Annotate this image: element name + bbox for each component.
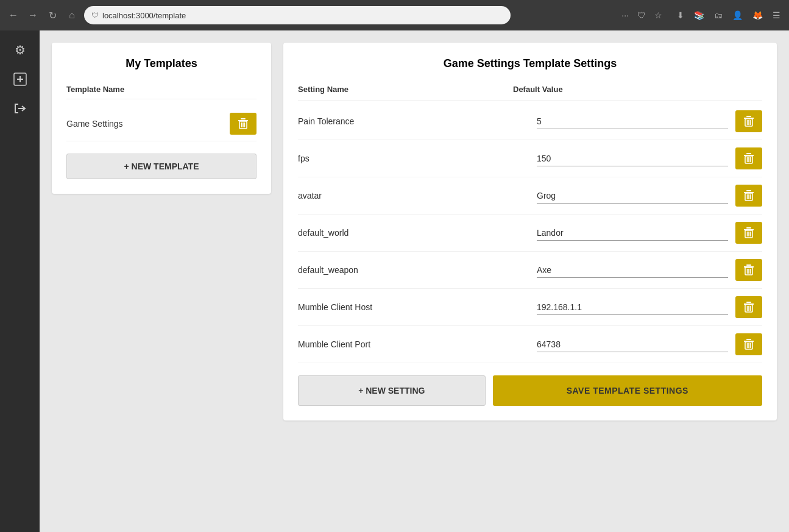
setting-value-input[interactable] (537, 263, 728, 278)
setting-value-container (537, 110, 762, 132)
tab-icon[interactable]: 🗂 (712, 8, 725, 23)
settings-header: Setting Name Default Value (298, 85, 762, 101)
delete-setting-button[interactable] (735, 222, 762, 244)
setting-value-container (537, 147, 762, 169)
security-icon: 🛡 (91, 11, 99, 20)
url-text: localhost:3000/template (102, 11, 186, 20)
page-content: My Templates Template Name Game Settings (40, 30, 789, 532)
settings-title: Game Settings Template Settings (298, 57, 762, 70)
svg-rect-47 (746, 339, 751, 340)
setting-value-container (537, 259, 762, 281)
setting-value-header: Default Value (513, 85, 728, 94)
setting-name-label: default_weapon (298, 265, 529, 275)
setting-value-input[interactable] (537, 225, 728, 241)
svg-rect-11 (746, 116, 751, 117)
setting-value-container (537, 296, 762, 318)
more-options-button[interactable]: ··· (619, 8, 631, 23)
settings-rows: Pain Tolerance fps avatar default_world … (298, 103, 762, 363)
svg-rect-29 (746, 227, 751, 229)
settings-panel: Game Settings Template Settings Setting … (283, 43, 777, 420)
delete-setting-button[interactable] (735, 333, 762, 355)
sidebar: ⚙ (0, 30, 40, 532)
delete-setting-button[interactable] (735, 259, 762, 281)
setting-value-container (537, 333, 762, 355)
delete-setting-button[interactable] (735, 147, 762, 169)
save-settings-button[interactable]: SAVE TEMPLATE SETTINGS (493, 375, 762, 406)
new-setting-button[interactable]: + NEW SETTING (298, 375, 486, 406)
sidebar-item-logout[interactable] (8, 96, 32, 121)
download-icon[interactable]: ⬇ (674, 8, 687, 23)
setting-name-label: default_world (298, 228, 529, 238)
delete-setting-button[interactable] (735, 185, 762, 207)
delete-setting-button[interactable] (735, 296, 762, 318)
svg-rect-5 (241, 118, 246, 119)
setting-row: Mumble Client Port (298, 326, 762, 363)
forward-button[interactable]: → (26, 8, 40, 23)
reload-button[interactable]: ↻ (45, 8, 60, 23)
svg-rect-17 (746, 153, 751, 154)
templates-column-header: Template Name (66, 85, 257, 99)
new-template-button[interactable]: + NEW TEMPLATE (66, 154, 257, 179)
browser-chrome: ← → ↻ ⌂ 🛡 localhost:3000/template ··· 🛡 … (0, 0, 789, 30)
browser-actions: ··· 🛡 ☆ (619, 8, 665, 23)
delete-template-button[interactable] (230, 113, 257, 135)
app-container: ⚙ My Templates Template Name Game Settin… (0, 30, 789, 532)
setting-row: default_world (298, 215, 762, 252)
templates-panel: My Templates Template Name Game Settings (52, 43, 271, 194)
setting-name-label: fps (298, 154, 529, 163)
svg-rect-23 (746, 190, 751, 191)
menu-icon[interactable]: ☰ (770, 8, 783, 23)
setting-value-input[interactable] (537, 114, 728, 129)
setting-row: Mumble Client Host (298, 289, 762, 326)
pocket-button[interactable]: 🛡 (635, 8, 648, 23)
svg-rect-35 (746, 264, 751, 266)
sidebar-item-add[interactable] (8, 67, 32, 91)
delete-setting-button[interactable] (735, 110, 762, 132)
setting-value-input[interactable] (537, 337, 728, 352)
toolbar-icons: ⬇ 📚 🗂 👤 🦊 ☰ (674, 8, 783, 23)
setting-row: fps (298, 140, 762, 177)
address-bar[interactable]: 🛡 localhost:3000/template (84, 6, 511, 24)
setting-name-label: avatar (298, 191, 529, 200)
setting-name-label: Mumble Client Port (298, 339, 529, 349)
home-button[interactable]: ⌂ (65, 8, 79, 23)
setting-name-label: Mumble Client Host (298, 302, 529, 312)
setting-value-container (537, 222, 762, 244)
templates-title: My Templates (66, 57, 257, 70)
setting-row: Pain Tolerance (298, 103, 762, 140)
sidebar-item-settings[interactable]: ⚙ (8, 38, 32, 62)
bookmark-button[interactable]: ☆ (652, 8, 665, 23)
setting-value-input[interactable] (537, 188, 728, 204)
setting-row: avatar (298, 177, 762, 215)
profile-icon[interactable]: 👤 (730, 8, 745, 23)
setting-row: default_weapon (298, 252, 762, 289)
setting-value-container (537, 185, 762, 207)
setting-value-input[interactable] (537, 151, 728, 166)
setting-name-label: Pain Tolerance (298, 116, 529, 126)
svg-rect-41 (746, 302, 751, 303)
back-button[interactable]: ← (6, 8, 21, 23)
library-icon[interactable]: 📚 (692, 8, 707, 23)
settings-footer: + NEW SETTING SAVE TEMPLATE SETTINGS (298, 375, 762, 406)
firefox-icon[interactable]: 🦊 (750, 8, 765, 23)
template-name: Game Settings (66, 119, 123, 129)
setting-name-header: Setting Name (298, 85, 513, 94)
setting-value-input[interactable] (537, 300, 728, 315)
template-row: Game Settings (66, 107, 257, 141)
